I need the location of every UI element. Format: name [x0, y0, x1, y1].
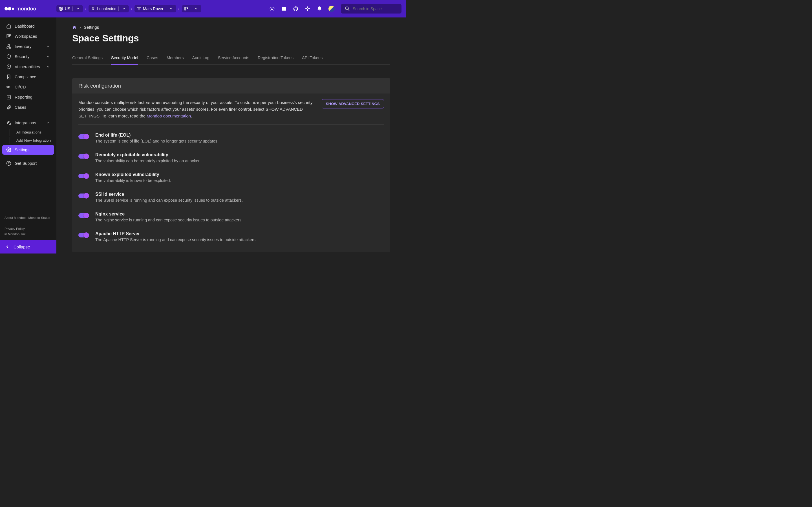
sidebar-item-compliance[interactable]: Compliance: [2, 72, 54, 82]
search-icon: [345, 6, 350, 11]
sun-icon[interactable]: [269, 6, 275, 11]
tab-general-settings[interactable]: General Settings: [72, 53, 103, 64]
breadcrumb-current: Settings: [84, 25, 99, 30]
doc-link[interactable]: Mondoo documentation: [147, 114, 191, 118]
svg-rect-14: [307, 6, 308, 8]
tab-security-model[interactable]: Security Model: [111, 53, 138, 65]
collapse-button[interactable]: Collapse: [0, 240, 56, 253]
chevron-right-icon: ›: [85, 7, 86, 11]
sidebar-item-label: Dashboard: [15, 24, 35, 29]
risk-item: Known exploited vulnerability The vulner…: [79, 168, 384, 187]
risk-desc: The Apache HTTP Server is running and ca…: [95, 237, 384, 242]
sidebar-item-cicd[interactable]: CI/CD: [2, 82, 54, 92]
sidebar-item-reporting[interactable]: Reporting: [2, 93, 54, 102]
tab-cases[interactable]: Cases: [147, 53, 158, 64]
search-input[interactable]: [353, 6, 398, 11]
github-icon[interactable]: [293, 6, 299, 11]
footer-status-link[interactable]: Mondoo Status: [28, 216, 50, 219]
risk-desc: The Nginx service is running and can exp…: [95, 218, 384, 222]
risk-item: Apache HTTP Server The Apache HTTP Serve…: [79, 227, 384, 246]
sidebar-item-workspaces[interactable]: Workspaces: [2, 32, 54, 41]
document-check-icon: [6, 74, 11, 79]
toggle-eol[interactable]: [79, 134, 89, 139]
sidebar-item-cases[interactable]: Cases: [2, 103, 54, 112]
region-selector[interactable]: US: [56, 5, 83, 12]
sidebar-item-label: Get Support: [15, 161, 37, 166]
toggle-known-exploited[interactable]: [79, 174, 89, 178]
brand-logo[interactable]: mondoo: [4, 6, 56, 12]
shield-icon: [6, 54, 11, 59]
svg-rect-11: [186, 7, 187, 9]
chevron-right-icon: ›: [179, 7, 180, 11]
sidebar-sub-all-integrations[interactable]: All Integrations: [4, 129, 54, 136]
svg-rect-15: [307, 9, 308, 11]
book-icon[interactable]: [281, 6, 287, 11]
chevron-down-icon: [46, 45, 50, 48]
svg-rect-10: [185, 7, 186, 10]
slack-icon[interactable]: [305, 6, 310, 11]
card-header: Risk configuration: [72, 78, 390, 94]
risk-item: End of life (EOL) The system is end of l…: [79, 128, 384, 148]
show-advanced-button[interactable]: SHOW ADVANCED SETTINGS: [322, 99, 384, 108]
toggle-sshd[interactable]: [79, 193, 89, 198]
sidebar-item-label: Vulnerabilities: [15, 64, 40, 69]
chevron-up-icon: [46, 121, 50, 125]
sidebar-item-dashboard[interactable]: Dashboard: [2, 21, 54, 31]
inventory-icon: [6, 44, 11, 49]
sidebar-item-label: Add New Integration: [16, 138, 51, 143]
sidebar-item-vulnerabilities[interactable]: Vulnerabilities: [2, 62, 54, 71]
tab-audit-log[interactable]: Audit Log: [192, 53, 209, 64]
workspace-selector[interactable]: [182, 5, 201, 12]
svg-point-0: [4, 7, 8, 10]
svg-point-13: [271, 8, 273, 10]
svg-rect-23: [7, 47, 8, 48]
svg-point-1: [8, 7, 11, 10]
tab-service-accounts[interactable]: Service Accounts: [218, 53, 249, 64]
svg-rect-16: [305, 8, 307, 9]
space-selector[interactable]: Mars Rover: [135, 5, 176, 12]
svg-point-18: [345, 7, 349, 10]
tab-members[interactable]: Members: [167, 53, 184, 64]
toggle-remotely-exploitable[interactable]: [79, 154, 89, 159]
bug-shield-icon: [6, 64, 11, 69]
chart-icon: [6, 95, 11, 100]
chevron-down-icon: [46, 65, 50, 69]
org-label: Lunalectric: [97, 6, 116, 11]
svg-point-5: [93, 7, 94, 8]
chevron-down-icon: [168, 7, 174, 10]
svg-rect-27: [7, 121, 8, 122]
footer-about-link[interactable]: About Mondoo: [4, 216, 26, 219]
footer-privacy-link[interactable]: Privacy Policy: [4, 227, 25, 230]
avatar[interactable]: [328, 6, 335, 12]
sidebar-sub-add-integration[interactable]: Add New Integration: [4, 137, 54, 144]
risk-desc: The vulnerability is known to be exploit…: [95, 178, 384, 183]
sidebar-item-inventory[interactable]: Inventory: [2, 42, 54, 51]
sidebar-item-label: Cases: [15, 105, 26, 110]
search-box[interactable]: [341, 4, 402, 13]
sidebar-item-support[interactable]: Get Support: [2, 159, 54, 168]
toggle-nginx[interactable]: [79, 213, 89, 218]
home-icon[interactable]: [72, 25, 77, 30]
footer-copyright: © Mondoo, Inc.: [4, 232, 27, 236]
sidebar-item-security[interactable]: Security: [2, 52, 54, 61]
org-selector[interactable]: Lunalectric: [89, 5, 129, 12]
breadcrumb: › Settings: [72, 25, 390, 30]
tab-registration-tokens[interactable]: Registration Tokens: [258, 53, 294, 64]
sidebar-item-integrations[interactable]: Integrations: [2, 118, 54, 128]
home-icon: [6, 24, 11, 29]
svg-point-2: [12, 8, 14, 10]
risk-title: Remotely exploitable vulnerability: [95, 152, 384, 158]
bell-icon[interactable]: [317, 6, 322, 11]
region-label: US: [65, 6, 70, 11]
svg-point-6: [93, 9, 94, 10]
tab-api-tokens[interactable]: API Tokens: [302, 53, 322, 64]
gear-icon: [6, 147, 11, 152]
workspace-icon: [184, 6, 189, 11]
brand-name: mondoo: [16, 6, 36, 12]
risk-item: Remotely exploitable vulnerability The v…: [79, 148, 384, 168]
chevron-down-icon: [193, 7, 199, 10]
sidebar-item-settings[interactable]: Settings: [2, 145, 54, 155]
chevron-right-icon: ›: [80, 25, 81, 30]
help-icon: [6, 161, 11, 166]
toggle-apache[interactable]: [79, 233, 89, 237]
